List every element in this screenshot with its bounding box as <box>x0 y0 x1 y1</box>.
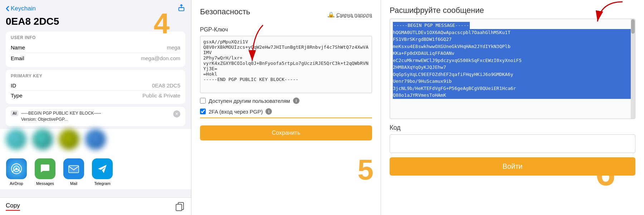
pgp-preview-text: -----BEGIN PGP PUBLIC KEY BLOCK----- Ver… <box>21 110 101 123</box>
telegram-icon <box>92 158 113 179</box>
pgp-message-line: OqGpSyXqLC9EEFOZdhEF2qafiFHqyHKiJ6o9GMDK… <box>393 71 632 78</box>
available-checkbox[interactable] <box>200 98 206 104</box>
pk-id-label: ID <box>11 82 16 89</box>
pk-type-row: Type Public & Private <box>11 91 180 100</box>
telegram-label: Telegram <box>94 181 110 186</box>
messages-label: Messages <box>36 181 54 186</box>
pgp-message-line: hQGMA0UTLDEv1OX6AQwApacscpbl7OaahGlhMSKu… <box>393 29 632 36</box>
login-button[interactable]: Войти <box>390 157 635 176</box>
mail-label: Mail <box>70 181 77 186</box>
user-info-section: User Info Name mega Email mega@don.com <box>6 32 185 67</box>
ai-badge: AI <box>11 110 18 116</box>
twofa-checkbox[interactable] <box>200 109 206 114</box>
avatar-2[interactable] <box>32 129 53 150</box>
available-info-icon[interactable]: i <box>293 97 299 104</box>
telegram-share-item[interactable]: Telegram <box>92 158 113 186</box>
primary-key-section: Primary Key ID 0EA8 2DC5 Type Public & P… <box>6 70 185 104</box>
scroll-indicator[interactable] <box>631 19 635 119</box>
svg-rect-5 <box>176 204 182 211</box>
pgp-message-line: 3jcNL9b/HeKTEFdVgFG+P56geAgBCgV8QUeiER1H… <box>393 85 632 92</box>
pk-type-label: Type <box>11 92 23 99</box>
security-heading: Безопасность <box>200 7 250 16</box>
middle-panel: 5 Безопасность 🔒 Смена пароля PGP-Ключ g… <box>191 0 381 215</box>
lock-icon: 🔒 <box>328 11 335 18</box>
user-info-name-row: Name mega <box>11 42 180 53</box>
available-checkbox-row: Доступен другим пользователям i <box>200 97 372 104</box>
name-value: mega <box>167 44 180 51</box>
keychain-header: Keychain <box>0 0 191 16</box>
user-info-email-row: Email mega@don.com <box>11 53 180 63</box>
twofa-label: 2FA (вход через PGP) <box>209 109 263 115</box>
right-panel: 6 Расшифруйте сообщение -----BEGIN PGP M… <box>381 0 644 215</box>
pgp-key-label: PGP-Ключ <box>200 27 372 33</box>
share-button[interactable] <box>177 4 185 14</box>
avatar-row <box>0 129 191 153</box>
step-5-badge: 5 <box>358 153 374 186</box>
twofa-checkbox-row: 2FA (вход через PGP) i <box>200 108 372 118</box>
decrypt-title: Расшифруйте сообщение <box>390 6 635 15</box>
code-label: Код <box>390 124 635 132</box>
pk-type-value: Public & Private <box>142 92 180 99</box>
pgp-key-textarea[interactable]: gsxA//pMpuXQzi1V Q8V0rXBkMOUIzcs+yCqW2eH… <box>200 36 372 93</box>
name-label: Name <box>11 44 25 51</box>
email-value: mega@don.com <box>141 55 180 61</box>
back-label: Keychain <box>11 5 36 12</box>
airdrop-label: AirDrop <box>10 181 23 186</box>
copy-label: Copy <box>6 202 20 209</box>
pgp-message-box[interactable]: -----BEGIN PGP MESSAGE----- hQGMA0UTLDEv… <box>390 19 635 119</box>
left-panel: 4 Keychain 0EA8 2DC5 User Info Name mega… <box>0 0 191 215</box>
avatar-1[interactable] <box>6 129 26 150</box>
code-input[interactable] <box>390 134 635 153</box>
airdrop-share-item[interactable]: AirDrop <box>6 158 27 186</box>
scroll-thumb <box>631 19 635 34</box>
share-icons-row: AirDrop Messages Mail <box>0 153 191 189</box>
section-top-row: Безопасность 🔒 Смена пароля <box>200 7 372 22</box>
pgp-begin-line: -----BEGIN PGP MESSAGE----- <box>393 22 470 29</box>
airdrop-icon <box>6 158 27 179</box>
avatar-3[interactable] <box>59 129 79 150</box>
copy-underline <box>6 210 20 211</box>
mail-icon <box>63 158 84 179</box>
pgp-message-line: Uenr79bo/9HuScamux9ib <box>393 78 632 85</box>
copy-icon <box>175 201 185 211</box>
pk-id-row: ID 0EA8 2DC5 <box>11 81 180 91</box>
pgp-begin-line: -----BEGIN PGP PUBLIC KEY BLOCK----- <box>21 111 101 116</box>
pgp-message-line: 2HM8AXqYqOyKJQJEhw7 <box>393 64 632 71</box>
pgp-message-line: eC2cuMkrmwEWClJ9pdczyxqG508kSqFxcEWzI0xy… <box>393 57 632 64</box>
copy-bar-left[interactable]: Copy <box>6 202 20 211</box>
pgp-message-line: KKa+Fp0dXDAULiqFFAOANv <box>393 50 632 57</box>
pgp-message-line: FS1VBrSKrgdBDW1f6GQ27 <box>393 36 632 43</box>
pgp-close-button[interactable]: ✕ <box>173 110 180 118</box>
email-label: Email <box>11 55 24 61</box>
user-info-heading: User Info <box>11 35 180 40</box>
messages-share-item[interactable]: Messages <box>34 158 56 186</box>
pgp-preview-bar: AI -----BEGIN PGP PUBLIC KEY BLOCK----- … <box>6 107 185 126</box>
save-button[interactable]: Сохранить <box>200 125 372 140</box>
messages-icon <box>35 158 55 179</box>
back-button[interactable]: Keychain <box>6 5 36 12</box>
available-label: Доступен другим пользователям <box>209 98 290 104</box>
twofa-info-icon[interactable]: i <box>265 108 272 115</box>
primary-key-heading: Primary Key <box>11 73 180 78</box>
svg-rect-4 <box>69 166 79 173</box>
pgp-preview-left: AI -----BEGIN PGP PUBLIC KEY BLOCK----- … <box>11 110 170 123</box>
pgp-version-line: Version: ObjectivePGP... <box>21 117 68 122</box>
pk-id-value: 0EA8 2DC5 <box>152 82 180 89</box>
copy-bar: Copy <box>0 197 191 215</box>
keychain-title: 0EA8 2DC5 <box>0 16 191 29</box>
change-password-label: Смена пароля <box>336 12 372 18</box>
mail-share-item[interactable]: Mail <box>63 158 84 186</box>
avatar-4[interactable] <box>85 129 106 150</box>
pgp-message-line: Q88o1aJYRVmesToHAmK <box>393 92 632 99</box>
change-password-link[interactable]: 🔒 Смена пароля <box>328 11 372 18</box>
pgp-lines-container: hQGMA0UTLDEv1OX6AQwApacscpbl7OaahGlhMSKu… <box>393 29 632 99</box>
pgp-message-line: meKsxu4E8swkhwwOXGUneGkVHqHAm2JYdIYkN3QP… <box>393 43 632 50</box>
